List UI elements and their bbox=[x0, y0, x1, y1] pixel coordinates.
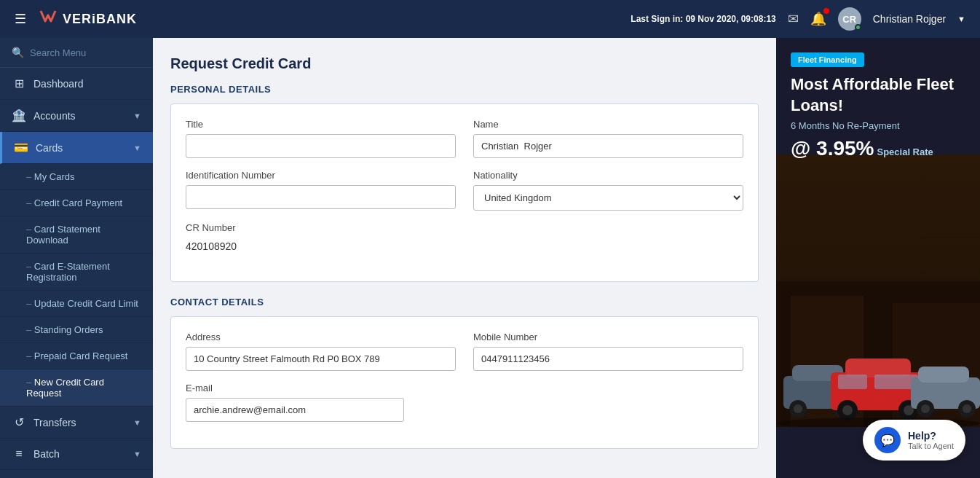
form-row-title-name: Title Name bbox=[186, 119, 743, 158]
id-number-group: Identification Number bbox=[186, 170, 456, 211]
nationality-label: Nationality bbox=[473, 170, 743, 181]
sidebar-sub-credit-card-payment[interactable]: Credit Card Payment bbox=[0, 190, 153, 216]
search-icon: 🔍 bbox=[12, 47, 24, 58]
cards-icon: 💳 bbox=[14, 141, 28, 154]
svg-point-20 bbox=[921, 404, 930, 413]
sidebar-sub-my-cards[interactable]: My Cards bbox=[0, 164, 153, 190]
id-number-input[interactable] bbox=[186, 185, 456, 209]
main-content: Request Credit Card PERSONAL DETAILS Tit… bbox=[153, 38, 776, 478]
cr-number-value: 420108920 bbox=[186, 238, 743, 255]
nationality-select[interactable]: United Kingdom United States Australia C… bbox=[473, 185, 743, 211]
ad-rate: @ 3.95% Special Rate bbox=[776, 137, 980, 160]
chat-icon: 💬 bbox=[874, 427, 901, 453]
email-label: E-mail bbox=[186, 383, 404, 393]
sidebar-sub-prepaid-card[interactable]: Prepaid Card Request bbox=[0, 343, 153, 369]
address-label: Address bbox=[186, 332, 456, 342]
address-group: Address bbox=[186, 332, 456, 371]
form-row-address-mobile: Address Mobile Number bbox=[186, 332, 743, 371]
contact-section-title: CONTACT DETAILS bbox=[170, 297, 759, 307]
page-title: Request Credit Card bbox=[170, 55, 759, 72]
svg-point-6 bbox=[794, 404, 802, 413]
address-input[interactable] bbox=[186, 347, 456, 371]
batch-chevron: ▼ bbox=[133, 450, 141, 458]
search-box[interactable]: 🔍 bbox=[0, 38, 153, 68]
form-row-email: E-mail bbox=[186, 383, 743, 422]
accounts-chevron: ▼ bbox=[133, 111, 141, 120]
mail-icon[interactable]: ✉ bbox=[788, 11, 799, 27]
title-label: Title bbox=[186, 119, 456, 130]
sidebar-item-label: Accounts bbox=[33, 110, 76, 122]
ad-rate-label: Special Rate bbox=[877, 146, 933, 157]
help-text: Help? Talk to Agent bbox=[908, 430, 954, 450]
title-input[interactable] bbox=[186, 134, 456, 158]
sidebar-item-label: Cards bbox=[36, 142, 63, 154]
user-name[interactable]: Christian Rojger bbox=[873, 13, 946, 25]
notification-icon[interactable]: 🔔 bbox=[810, 11, 826, 27]
email-group: E-mail bbox=[186, 383, 404, 422]
notif-badge bbox=[823, 8, 829, 14]
ad-visual bbox=[776, 154, 980, 427]
mobile-input[interactable] bbox=[473, 347, 743, 371]
logo-text: VERiBANK bbox=[63, 12, 137, 27]
sidebar-item-batch[interactable]: ≡ Batch ▼ bbox=[0, 439, 153, 470]
form-row-id-nationality: Identification Number Nationality United… bbox=[186, 170, 743, 211]
cr-number-label: CR Number bbox=[186, 222, 743, 233]
id-number-label: Identification Number bbox=[186, 170, 456, 181]
layout: 🔍 ⊞ Dashboard 🏦 Accounts ▼ 💳 Cards ▼ My … bbox=[0, 38, 980, 478]
ad-badge: Fleet Financing bbox=[791, 52, 864, 67]
personal-details-card: Title Name Identification Number Nationa… bbox=[170, 103, 759, 282]
sidebar-item-accounts[interactable]: 🏦 Accounts ▼ bbox=[0, 100, 153, 132]
sidebar-item-bill[interactable]: 📄 Bill ▼ bbox=[0, 470, 153, 478]
name-group: Name bbox=[473, 119, 743, 158]
ad-sub: 6 Months No Re-Payment bbox=[776, 120, 980, 131]
sidebar-item-cards[interactable]: 💳 Cards ▼ bbox=[0, 132, 153, 164]
sidebar-item-dashboard[interactable]: ⊞ Dashboard bbox=[0, 68, 153, 100]
sidebar-sub-new-credit-card[interactable]: New Credit Card Request bbox=[0, 369, 153, 407]
header: ☰ VERiBANK Last Sign in: 09 Nov 2020, 09… bbox=[0, 0, 980, 38]
ad-panel: Fleet Financing Most Affordable Fleet Lo… bbox=[776, 38, 980, 478]
title-group: Title bbox=[186, 119, 456, 158]
personal-section-title: PERSONAL DETAILS bbox=[170, 84, 759, 95]
sidebar-sub-card-statement[interactable]: Card Statement Download bbox=[0, 216, 153, 254]
cr-number-group: CR Number 420108920 bbox=[186, 222, 743, 255]
avatar[interactable]: CR bbox=[838, 7, 861, 31]
help-subtitle: Talk to Agent bbox=[908, 442, 954, 450]
batch-icon: ≡ bbox=[12, 447, 26, 461]
help-button[interactable]: 💬 Help? Talk to Agent bbox=[863, 420, 965, 461]
help-title: Help? bbox=[908, 430, 954, 442]
name-input[interactable] bbox=[473, 134, 743, 158]
hamburger-icon[interactable]: ☰ bbox=[15, 11, 26, 27]
user-menu-chevron[interactable]: ▼ bbox=[957, 15, 965, 23]
svg-point-22 bbox=[963, 404, 971, 413]
transfers-icon: ↺ bbox=[12, 415, 26, 429]
sidebar-item-label: Dashboard bbox=[33, 78, 84, 90]
nationality-group: Nationality United Kingdom United States… bbox=[473, 170, 743, 211]
logo: VERiBANK bbox=[38, 7, 137, 31]
logo-icon bbox=[38, 7, 58, 31]
svg-rect-15 bbox=[838, 375, 867, 389]
sidebar-item-transfers[interactable]: ↺ Transfers ▼ bbox=[0, 407, 153, 439]
sidebar: 🔍 ⊞ Dashboard 🏦 Accounts ▼ 💳 Cards ▼ My … bbox=[0, 38, 153, 478]
sidebar-item-label: Transfers bbox=[33, 417, 76, 428]
ad-headline: Most Affordable Fleet Loans! bbox=[776, 74, 980, 116]
cards-chevron: ▼ bbox=[133, 144, 141, 152]
accounts-icon: 🏦 bbox=[12, 109, 26, 122]
last-signin: Last Sign in: 09 Nov 2020, 09:08:13 bbox=[631, 14, 775, 24]
mobile-group: Mobile Number bbox=[473, 332, 743, 371]
dashboard-icon: ⊞ bbox=[12, 77, 26, 90]
ad-bg bbox=[776, 154, 980, 427]
svg-rect-18 bbox=[918, 367, 969, 383]
header-right: Last Sign in: 09 Nov 2020, 09:08:13 ✉ 🔔 … bbox=[631, 7, 965, 31]
sidebar-sub-update-limit[interactable]: Update Credit Card Limit bbox=[0, 291, 153, 317]
search-input[interactable] bbox=[30, 47, 141, 58]
sidebar-item-label: Batch bbox=[33, 448, 60, 460]
contact-details-card: Address Mobile Number E-mail bbox=[170, 316, 759, 449]
transfers-chevron: ▼ bbox=[133, 418, 141, 427]
form-row-cr: CR Number 420108920 bbox=[186, 222, 743, 255]
online-indicator bbox=[855, 24, 861, 31]
email-input[interactable] bbox=[186, 398, 404, 422]
sidebar-sub-standing-orders[interactable]: Standing Orders bbox=[0, 317, 153, 343]
mobile-label: Mobile Number bbox=[473, 332, 743, 342]
header-left: ☰ VERiBANK bbox=[15, 7, 137, 31]
sidebar-sub-card-estatement[interactable]: Card E-Statement Registration bbox=[0, 254, 153, 291]
